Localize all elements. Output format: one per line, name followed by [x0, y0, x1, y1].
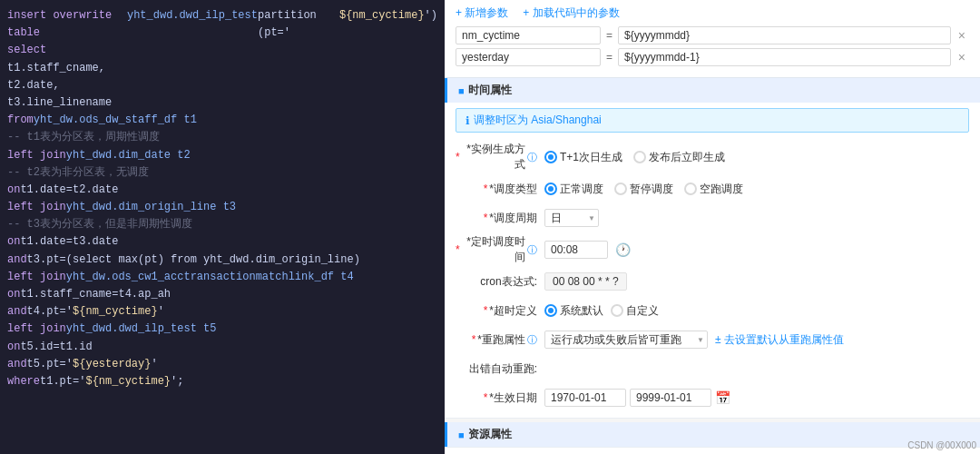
retry-label: * *重跑属性 ⓘ	[456, 332, 537, 348]
code-token: yht_dwd.dwd_ilp_test	[127, 7, 258, 42]
code-token: t4.pt='	[27, 303, 73, 321]
realtime-info-icon[interactable]: ⓘ	[527, 151, 537, 164]
section-icon: ■	[458, 85, 465, 96]
schedule-pause[interactable]: 暂停调度	[614, 182, 673, 197]
validity-start-input[interactable]	[544, 389, 626, 407]
validity-label: * *生效日期	[456, 390, 537, 406]
code-line: insert overwrite table yht_dwd.dwd_ilp_t…	[7, 7, 437, 42]
radio-normal-dot	[544, 183, 557, 195]
schedule-period-control: 日 小时 周 月	[544, 209, 969, 227]
retry-control: 运行成功或失败后皆可重跑 ± 去设置默认从重跑属性值	[544, 331, 969, 349]
resource-attr-header: ■ 资源属性	[445, 422, 980, 447]
code-line: t3.line_linename	[7, 94, 437, 112]
calendar-icon[interactable]: 📅	[715, 390, 730, 405]
code-token: ${nm_cyctime}	[85, 373, 171, 390]
resource-form: 调度资源组: 公共调度资源组 查看水位	[445, 447, 980, 454]
fixed-time-label: * *定时调度时间 ⓘ	[456, 234, 537, 265]
params-section: + 新增参数 + 加载代码中的参数 = × = ×	[445, 0, 980, 78]
date-range: 📅	[544, 389, 730, 407]
code-token: t1.pt='	[40, 373, 85, 390]
realtime-control: T+1次日生成 发布后立即生成	[544, 150, 969, 165]
radio-immediate-dot	[633, 151, 646, 163]
code-token: on	[7, 233, 20, 251]
code-line: -- t3表为分区表，但是非周期性调度	[7, 216, 437, 233]
code-token: and	[7, 252, 27, 269]
code-token: t1.staff_cname=t4.ap_ah	[20, 286, 171, 303]
clock-icon[interactable]: 🕐	[615, 242, 631, 257]
retry-select[interactable]: 运行成功或失败后皆可重跑	[544, 331, 708, 349]
code-token: from	[7, 112, 34, 129]
code-token: ${nm_cyctime}	[73, 303, 158, 321]
schedule-empty[interactable]: 空跑调度	[684, 182, 743, 197]
validity-row: * *生效日期 📅	[456, 385, 969, 410]
param-delete-button[interactable]: ×	[955, 28, 969, 43]
code-line: and t5.pt='${yesterday}'	[7, 356, 437, 373]
code-line: left join yht_dwd.dim_origin_line t3	[7, 199, 437, 216]
auto-retry-label: 出错自动重跑:	[456, 361, 537, 377]
code-line: from yht_dw.ods_dw_staff_df t1	[7, 112, 437, 129]
schedule-type-label: * *调度类型	[456, 182, 537, 197]
validity-control: 📅	[544, 389, 969, 407]
code-line: on t1.staff_cname=t4.ap_ah	[7, 286, 437, 303]
schedule-period-label: * *调度周期	[456, 211, 537, 226]
param-value-input[interactable]	[618, 48, 951, 66]
code-token: yht_dw.ods_cw1_acctransactionmatchlink_d…	[66, 269, 354, 286]
code-line: on t1.date=t2.date	[7, 182, 437, 199]
realtime-radio-group: T+1次日生成 发布后立即生成	[544, 150, 725, 165]
code-token: -- t2表为非分区表，无调度	[7, 164, 149, 182]
period-select[interactable]: 日 小时 周 月	[544, 209, 599, 227]
code-token: yht_dwd.dim_date t2	[66, 147, 191, 164]
param-value-input[interactable]	[618, 26, 951, 44]
time-attr-header: ■ 时间属性	[445, 78, 980, 103]
radio-pause-dot	[614, 183, 627, 195]
code-token: t3.line_linename	[7, 94, 112, 112]
param-name-input[interactable]	[456, 48, 601, 66]
schedule-normal[interactable]: 正常调度	[544, 182, 603, 197]
schedule-type-row: * *调度类型 正常调度 暂停调度	[456, 176, 969, 202]
add-param-button[interactable]: + 新增参数	[456, 5, 508, 21]
param-eq: =	[604, 51, 614, 64]
code-token: '	[151, 356, 157, 373]
resource-section-icon: ■	[458, 429, 465, 440]
code-token: -- t1表为分区表，周期性调度	[7, 129, 160, 146]
time-attr-title: 时间属性	[468, 83, 512, 98]
code-token: yht_dwd.dwd_ilp_test t5	[66, 321, 217, 338]
realtime-t1-label: T+1次日生成	[560, 150, 622, 165]
cron-row: cron表达式: 00 08 00 * * ?	[456, 269, 969, 294]
code-line: on t1.date=t3.date	[7, 233, 437, 251]
retry-info-icon[interactable]: ⓘ	[527, 333, 537, 347]
realtime-option-t1[interactable]: T+1次日生成	[544, 150, 622, 165]
timeout-control: 系统默认 自定义	[544, 303, 969, 319]
radio-timeout-custom-dot	[611, 304, 623, 317]
code-editor[interactable]: insert overwrite table yht_dwd.dwd_ilp_t…	[0, 0, 445, 454]
code-line: t2.date,	[7, 77, 437, 94]
realtime-option-immediate[interactable]: 发布后立即生成	[633, 150, 725, 165]
code-line: select	[7, 42, 437, 59]
code-token: yht_dwd.dim_origin_line t3	[66, 199, 236, 216]
code-line: where t1.pt='${nm_cyctime}';	[7, 373, 437, 390]
realtime-label: * *实例生成方式 ⓘ	[456, 142, 537, 173]
schedule-empty-label: 空跑调度	[700, 182, 743, 197]
schedule-normal-label: 正常调度	[560, 182, 603, 197]
retry-default-link[interactable]: ± 去设置默认从重跑属性值	[715, 332, 844, 348]
code-line: -- t2表为非分区表，无调度	[7, 164, 437, 182]
code-line: left join yht_dwd.dim_date t2	[7, 147, 437, 164]
timeout-default[interactable]: 系统默认	[544, 303, 603, 319]
params-header: + 新增参数 + 加载代码中的参数	[456, 5, 969, 21]
code-token: on	[7, 182, 20, 199]
code-token: select	[7, 42, 46, 59]
timeout-custom[interactable]: 自定义	[611, 303, 659, 319]
param-name-input[interactable]	[456, 26, 601, 44]
fixed-time-input[interactable]	[544, 241, 608, 259]
fixed-time-info-icon[interactable]: ⓘ	[527, 243, 537, 257]
radio-empty-dot	[684, 183, 697, 195]
code-token: on	[7, 286, 20, 303]
code-token: and	[7, 356, 27, 373]
param-delete-button[interactable]: ×	[955, 50, 969, 64]
validity-end-input[interactable]	[630, 389, 711, 407]
code-token: left join	[7, 147, 66, 164]
schedule-pause-label: 暂停调度	[630, 182, 673, 197]
load-code-params-button[interactable]: + 加载代码中的参数	[523, 5, 619, 21]
period-select-wrapper: 日 小时 周 月	[544, 209, 599, 227]
timezone-icon: ℹ	[466, 114, 470, 127]
